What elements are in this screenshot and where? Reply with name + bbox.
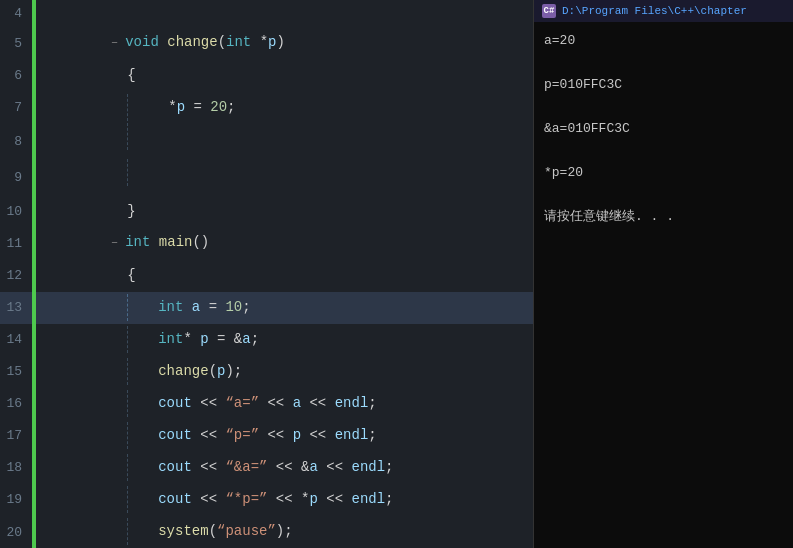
term-line-4: *p=20 [544,162,783,184]
line-number-20: 20 [0,519,32,546]
code-lines: 4 5 −void change(int *p) 6 { 7 *p = 20; [0,0,533,548]
line-number-16: 16 [0,390,32,417]
line-number-8: 8 [0,128,32,155]
terminal-title: D:\Program Files\C++\chapter [562,5,747,17]
line-number-9: 9 [0,164,32,191]
code-line-20: 20 system(“pause”); [0,516,533,548]
line-number-10: 10 [0,198,32,225]
line-number-18: 18 [0,454,32,481]
term-line-5: 请按任意键继续. . . [544,206,783,228]
code-editor: 4 5 −void change(int *p) 6 { 7 *p = 20; [0,0,533,548]
line-number-5: 5 [0,30,32,57]
line-number-14: 14 [0,326,32,353]
str-pause: “pause” [217,524,276,540]
term-line-3: &a=010FFC3C [544,118,783,140]
terminal-output[interactable]: a=20 p=010FFC3C &a=010FFC3C *p=20 请按任意键继… [534,22,793,548]
line-number-11: 11 [0,230,32,257]
line-number-12: 12 [0,262,32,289]
terminal-panel: C# D:\Program Files\C++\chapter a=20 p=0… [533,0,793,548]
line-number-4: 4 [0,0,32,27]
terminal-app-icon: C# [542,4,556,18]
line-number-15: 15 [0,358,32,385]
line-number-7: 7 [0,94,32,121]
line-number-13: 13 [0,294,32,321]
term-line-2: p=010FFC3C [544,74,783,96]
code-content-20: system(“pause”); [36,491,533,548]
line-number-19: 19 [0,486,32,513]
terminal-titlebar: C# D:\Program Files\C++\chapter [534,0,793,22]
line-number-17: 17 [0,422,32,449]
fn-system: system [158,524,208,540]
term-line-1: a=20 [544,30,783,52]
line-number-6: 6 [0,62,32,89]
